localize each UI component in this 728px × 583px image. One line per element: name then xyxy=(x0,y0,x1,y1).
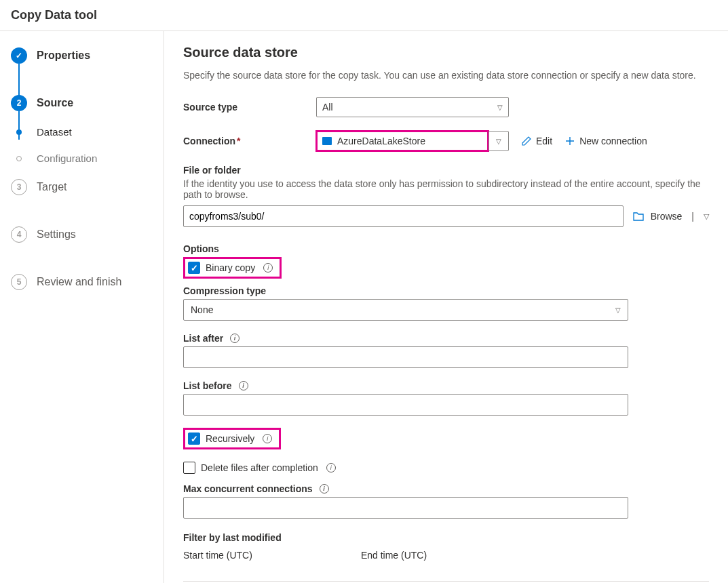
chevron-down-icon: ▽ xyxy=(615,306,621,314)
page-title: Copy Data tool xyxy=(11,8,717,22)
start-time-label: Start time (UTC) xyxy=(183,550,252,561)
recursively-highlight: Recursively i xyxy=(183,428,281,449)
end-time-label: End time (UTC) xyxy=(361,550,427,561)
section-subtitle: Specify the source data store for the co… xyxy=(183,70,709,81)
plus-icon xyxy=(564,136,575,146)
step-settings[interactable]: 4 Settings xyxy=(11,226,164,243)
check-icon: ✓ xyxy=(11,47,27,64)
pencil-icon xyxy=(521,136,532,146)
substep-dataset[interactable]: Dataset xyxy=(11,126,164,138)
section-title: Source data store xyxy=(183,45,709,60)
substep-configuration[interactable]: Configuration xyxy=(11,153,164,164)
connection-label: Connection* xyxy=(183,136,303,146)
edit-button[interactable]: Edit xyxy=(521,136,552,146)
compression-type-label: Compression type xyxy=(183,285,709,296)
binary-copy-highlight: Binary copy i xyxy=(183,257,282,279)
step-number-icon: 4 xyxy=(11,226,27,243)
info-icon[interactable]: i xyxy=(326,463,336,473)
file-folder-help: If the identity you use to access the da… xyxy=(183,178,709,200)
compression-type-select[interactable]: None ▽ xyxy=(183,299,628,321)
info-icon[interactable]: i xyxy=(320,484,329,494)
datastore-icon xyxy=(322,137,332,145)
file-folder-input[interactable] xyxy=(183,205,624,227)
max-conn-input[interactable] xyxy=(183,497,628,519)
step-number-icon: 3 xyxy=(11,179,27,195)
binary-copy-checkbox[interactable]: Binary copy i xyxy=(188,262,273,274)
chevron-down-icon: ▽ xyxy=(497,104,503,111)
info-icon[interactable]: i xyxy=(239,381,248,390)
file-folder-label: File or folder xyxy=(183,165,709,176)
list-before-input[interactable] xyxy=(183,394,628,416)
new-connection-button[interactable]: New connection xyxy=(564,136,647,146)
list-after-input[interactable] xyxy=(183,346,628,368)
main-panel: Source data store Specify the source dat… xyxy=(164,31,728,583)
max-conn-label: Max concurrent connectionsi xyxy=(183,483,709,494)
list-after-label: List afteri xyxy=(183,333,709,344)
step-number-icon: 2 xyxy=(11,95,27,111)
step-properties[interactable]: ✓ Properties xyxy=(11,47,164,64)
step-source[interactable]: 2 Source xyxy=(11,95,164,111)
checkbox-icon xyxy=(183,462,195,474)
connection-select[interactable]: AzureDataLakeStore ▽ xyxy=(316,131,509,151)
browse-button[interactable]: Browse xyxy=(633,211,683,222)
info-icon[interactable]: i xyxy=(230,334,240,343)
chevron-down-icon[interactable]: ▽ xyxy=(704,212,709,221)
checkbox-checked-icon xyxy=(188,433,200,445)
info-icon[interactable]: i xyxy=(263,434,272,443)
list-before-label: List beforei xyxy=(183,380,709,391)
step-review[interactable]: 5 Review and finish xyxy=(11,274,164,290)
wizard-sidebar: ✓ Properties 2 Source Dataset Configurat… xyxy=(0,31,164,583)
delete-files-checkbox[interactable]: Delete files after completion i xyxy=(183,462,709,474)
chevron-down-icon[interactable]: ▽ xyxy=(488,132,508,150)
options-label: Options xyxy=(183,243,709,254)
connection-value: AzureDataLakeStore xyxy=(337,136,425,146)
source-type-label: Source type xyxy=(183,102,303,113)
info-icon[interactable]: i xyxy=(263,263,273,273)
folder-icon xyxy=(633,212,644,221)
checkbox-checked-icon xyxy=(188,262,200,274)
source-type-value: All xyxy=(322,102,333,113)
source-type-select[interactable]: All ▽ xyxy=(316,97,509,117)
separator: | xyxy=(691,211,694,222)
page-header: Copy Data tool xyxy=(0,0,728,31)
step-number-icon: 5 xyxy=(11,274,27,290)
step-target[interactable]: 3 Target xyxy=(11,179,164,195)
recursively-checkbox[interactable]: Recursively i xyxy=(188,433,272,445)
filter-label: Filter by last modified xyxy=(183,532,709,543)
